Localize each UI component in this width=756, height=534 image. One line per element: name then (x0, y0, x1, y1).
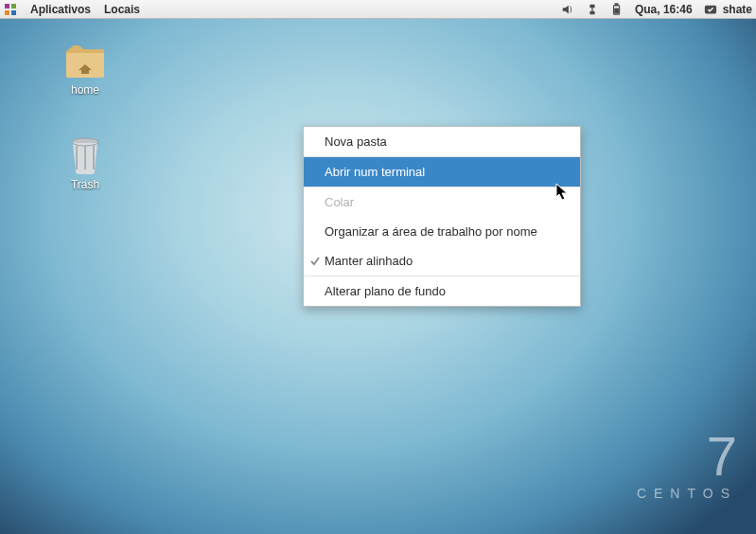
trash-desktop-icon[interactable]: Trash (47, 136, 123, 191)
menu-item-label: Abrir num terminal (325, 165, 425, 179)
trash-label: Trash (47, 178, 123, 191)
svg-rect-5 (589, 10, 594, 14)
svg-rect-2 (5, 10, 9, 15)
trash-icon (62, 136, 108, 174)
checkmark-icon (309, 256, 321, 267)
svg-rect-4 (589, 4, 594, 8)
power-icon (704, 3, 717, 16)
applications-menu[interactable]: Aplicativos (30, 3, 91, 16)
menu-item-new-folder[interactable]: Nova pasta (304, 127, 580, 156)
os-version: 7 (637, 429, 737, 484)
user-name: shate (723, 3, 752, 16)
menu-item-label: Nova pasta (325, 134, 387, 149)
home-label: home (47, 83, 123, 97)
menu-item-label: Organizar a área de trabalho por nome (325, 224, 537, 239)
svg-rect-3 (11, 10, 16, 15)
menu-item-label: Alterar plano de fundo (325, 284, 446, 298)
volume-icon[interactable] (561, 3, 574, 16)
user-menu[interactable]: shate (704, 3, 752, 16)
menu-item-organize[interactable]: Organizar a área de trabalho por nome (304, 217, 580, 246)
menu-item-label: Colar (325, 195, 354, 209)
svg-rect-7 (615, 3, 618, 5)
svg-rect-8 (615, 9, 619, 13)
folder-home-icon (62, 42, 108, 80)
menu-item-change-background[interactable]: Alterar plano de fundo (304, 276, 580, 306)
battery-icon[interactable] (610, 3, 624, 16)
svg-rect-1 (11, 4, 16, 9)
clock[interactable]: Qua, 16:46 (635, 3, 693, 16)
menu-item-label: Manter alinhado (325, 254, 413, 268)
home-desktop-icon[interactable]: home (47, 42, 123, 97)
menu-item-paste: Colar (304, 187, 580, 217)
os-branding: 7 CENTOS (637, 429, 737, 501)
os-name: CENTOS (637, 486, 737, 501)
menu-item-open-terminal[interactable]: Abrir num terminal (304, 156, 580, 187)
places-menu[interactable]: Locais (104, 3, 140, 16)
desktop-screen: Aplicativos Locais Qua, 16:46 shate (0, 0, 756, 534)
distro-logo-icon (4, 3, 17, 16)
network-icon[interactable] (586, 3, 599, 16)
svg-rect-0 (5, 4, 9, 9)
menu-item-keep-aligned[interactable]: Manter alinhado (304, 246, 580, 276)
top-panel: Aplicativos Locais Qua, 16:46 shate (0, 0, 756, 19)
desktop-context-menu: Nova pasta Abrir num terminal Colar Orga… (303, 126, 581, 307)
